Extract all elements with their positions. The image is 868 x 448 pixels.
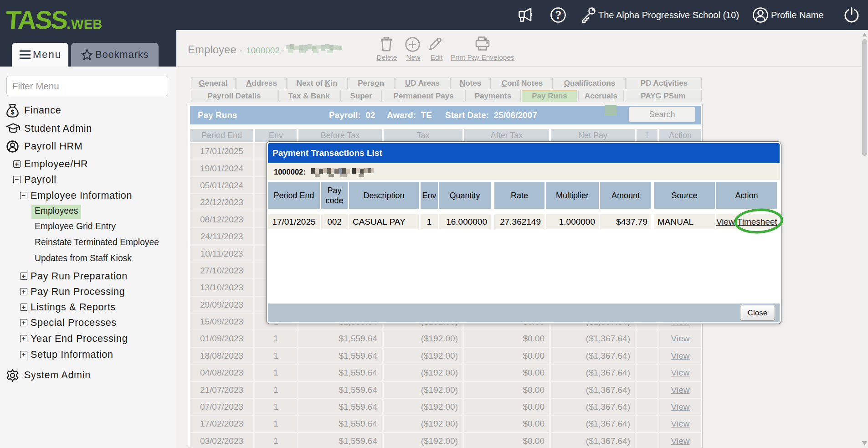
svg-text:TASS: TASS <box>6 5 68 33</box>
svg-text:.: . <box>67 15 71 32</box>
svg-text:WEB: WEB <box>71 17 103 31</box>
svg-text:?: ? <box>555 9 561 21</box>
